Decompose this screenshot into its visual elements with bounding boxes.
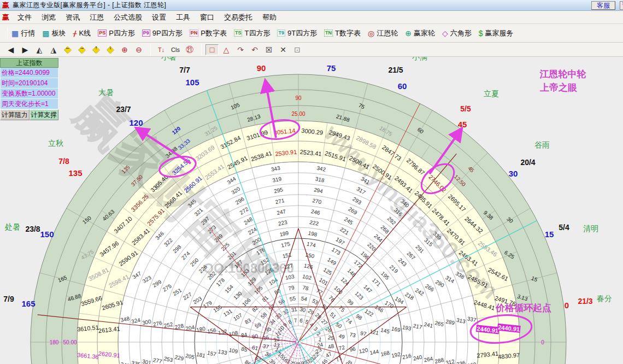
arc-cw-tool[interactable]: ↷ [234,44,247,55]
menu-item-工具[interactable]: 工具 [171,12,195,22]
outer-label: 165 [21,299,35,308]
calc-support-button[interactable]: 计算支撑 [30,109,59,120]
app-logo-icon: 赢 [2,1,9,10]
sectors-icon: ▩ [42,30,49,37]
toolbar-button-t-table[interactable]: TNT数字表 [324,28,361,38]
menu-item-公式选股[interactable]: 公式选股 [109,12,147,22]
diamond-left-button[interactable]: ◆← [61,44,74,55]
9t-square-icon: T9 [277,30,285,37]
outer-label: 45 [458,120,467,129]
toolbar-button-p-square[interactable]: PSP四方形 [98,28,135,38]
annotation-text: 上帝之眼 [539,82,578,93]
outer-label: 23/8 [25,225,40,233]
outer-label: 120 [129,118,143,127]
outer-label: 5/5 [460,104,471,113]
outer-label: 23/7 [116,105,131,114]
quotes-icon: ▦ [11,30,19,37]
menu-item-浏览[interactable]: 浏览 [37,12,61,22]
wheel-number: 277 [152,357,163,364]
winner-wheel-icon: ⊕ [405,30,412,37]
toolbar-button-gann-wheel[interactable]: ◎江恩轮 [368,28,398,38]
t-table-label: T数字表 [335,28,361,38]
winner-service-icon: $ [479,30,483,37]
diamond-right-arrow-icon: → [75,45,89,50]
outer-label: 105 [185,78,199,87]
p-table-label: P数字表 [201,28,227,38]
menu-item-窗口[interactable]: 窗口 [195,12,219,22]
diamond-up-button[interactable]: ◆↑ [90,44,103,55]
toolbar-button-p-table[interactable]: PNP数字表 [190,28,227,38]
partial-edge-button[interactable]: 证 [620,1,623,10]
zoom-out-button[interactable]: ⊖ [132,44,145,55]
calc-resistance-button[interactable]: 计算阻力 [0,109,30,120]
menu-item-交易委托[interactable]: 交易委托 [219,12,257,22]
outer-label: 谷雨 [534,140,550,149]
menu-bar: 赢 文件浏览资讯江恩公式选股设置工具窗口交易委托帮助 [0,11,623,24]
outer-label: 立夏 [484,89,499,98]
outer-label: 30 [509,169,518,178]
outer-label: 75 [327,63,336,73]
9p-square-label: 9P四方形 [152,28,183,38]
t-updown-button[interactable]: T↓ [155,44,168,55]
quotes-label: 行情 [21,28,35,38]
rect-tool[interactable]: □ [205,44,219,55]
gann-wheel-icon: ◎ [368,30,374,37]
calendar-button[interactable]: ㉑ [183,44,196,55]
toolbar-button-winner-service[interactable]: $赢家服务 [479,28,514,38]
next-button[interactable]: ▶ [19,44,32,55]
winner-service-label: 赢家服务 [485,28,514,38]
toolbar-button-quotes[interactable]: ▦行情 [11,28,35,38]
zoom-in-button[interactable]: ⊕ [118,44,131,55]
hexagon-label: 六角形 [450,28,472,38]
t-square-label: T四方形 [244,28,270,38]
menu-item-江恩[interactable]: 江恩 [85,12,109,22]
outer-label: 135 [68,168,82,178]
toolbar-button-9p-square[interactable]: P99P四方形 [142,28,183,38]
rotate-left-button[interactable]: ◭ [33,44,46,55]
index-info-panel: 上证指数 价格=2440.9099 时间=20190104 变换系数=1.000… [0,58,58,120]
menu-items: 文件浏览资讯江恩公式选股设置工具窗口交易委托帮助 [13,13,281,22]
rotate-right-button[interactable]: ◮ [47,44,60,55]
cls-button[interactable]: Cls [169,44,182,55]
9p-square-icon: P9 [142,30,150,37]
t-square-icon: TS [234,30,243,37]
p-square-icon: PS [98,30,107,37]
p-square-label: P四方形 [109,28,135,38]
diamond-down-button[interactable]: ◆↓ [104,44,117,55]
toolbar-button-winner-wheel[interactable]: ⊕赢家轮 [405,28,435,38]
diamond-right-button[interactable]: ◆→ [75,44,89,55]
menu-item-帮助[interactable]: 帮助 [257,12,281,22]
gann-wheel-svg: 赢家财富网www.yingjia360.comQQ:10080036012345… [0,57,623,364]
toolbar-button-hexagon[interactable]: ◇六角形 [442,28,472,38]
toolbar-button-t-square[interactable]: TST四方形 [234,28,270,38]
degree-label: 0 [541,339,544,345]
menu-item-资讯[interactable]: 资讯 [61,12,85,22]
winner-wheel-label: 赢家轮 [414,28,435,38]
title-bar: 赢 赢家江恩专业版[赢家服务平台] - [上证指数 江恩轮] 客服 证 [0,0,623,11]
shrink-tool[interactable]: ✕ [277,44,290,55]
toolbar-button-kline[interactable]: ᚋK线 [73,28,91,38]
diamond-down-arrow-icon: ↓ [104,45,117,50]
xbox-tool[interactable]: ☒ [262,44,275,55]
toolbar-button-sectors[interactable]: ▩板块 [42,28,66,38]
customer-service-button[interactable]: 客服 [591,1,615,10]
main-toolbar: ▦行情▩板块ᚋK线PSP四方形P99P四方形PNP数字表TST四方形T99T四方… [0,24,623,43]
prev-button[interactable]: ◀ [4,44,17,55]
toolbar-button-9t-square[interactable]: T99T四方形 [277,28,317,38]
percent-label: 25.00 [291,111,305,117]
menu-item-设置[interactable]: 设置 [147,12,171,22]
degree-label: 180 [50,339,59,345]
window-title: 赢家江恩专业版[赢家服务平台] - [上证指数 江恩轮] [13,1,166,10]
outer-label: 21/5 [388,66,403,74]
kline-label: K线 [79,28,91,38]
outer-label: 5/4 [559,223,569,232]
outer-label: 处暑 [4,222,20,231]
arc-ccw-tool[interactable]: ↶ [248,44,261,55]
9t-square-label: 9T四方形 [287,28,317,38]
menu-item-文件[interactable]: 文件 [13,12,37,22]
kline-icon: ᚋ [73,30,77,37]
screen-tool[interactable]: ⊡ [291,44,304,55]
triangle-tool[interactable]: △ [220,44,233,55]
t-table-icon: TN [324,30,333,37]
outer-label: 90 [257,63,266,73]
